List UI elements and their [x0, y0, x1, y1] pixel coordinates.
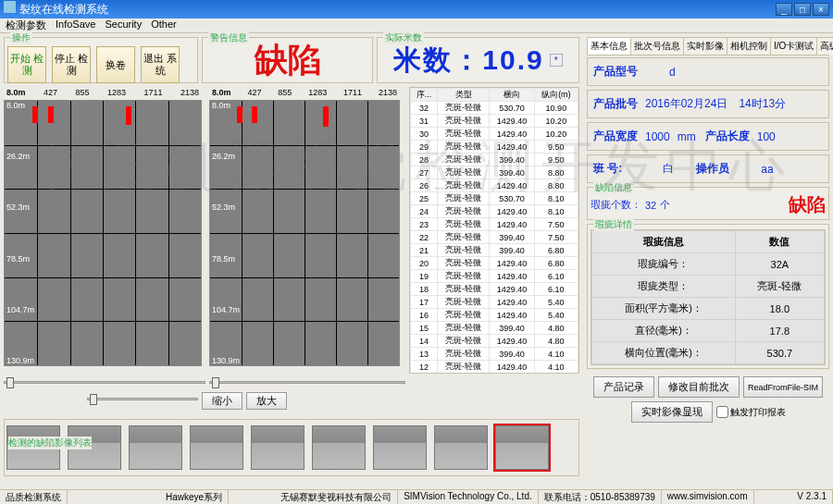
- thumbnail[interactable]: [190, 425, 243, 470]
- info-shift: 班 号:白 操作员aa: [587, 154, 829, 183]
- thumbnail-bar: 检测的缺陷影像列表: [4, 419, 579, 476]
- thumbnail[interactable]: [251, 425, 305, 470]
- info-size: 产品宽度1000mm 产品长度100: [587, 122, 829, 151]
- defect-map-2[interactable]: 8.0m4278551283171121388.0m26.2m52.3m78.5…: [209, 100, 400, 366]
- defect-detail: 瑕疵详情 瑕疵信息数值瑕疵编号：32A瑕疵类型：亮斑-轻微面积(平方毫米)：18…: [587, 224, 829, 369]
- menu-item[interactable]: 检测参数: [6, 18, 46, 32]
- slider-2[interactable]: [209, 375, 405, 388]
- defect-alarm: 缺陷: [789, 192, 826, 217]
- record-button[interactable]: 产品记录: [593, 376, 654, 398]
- start-button[interactable]: 开始 检测: [7, 46, 46, 83]
- thumbnail[interactable]: [312, 425, 366, 470]
- alarm-title: 警告信息: [208, 31, 249, 44]
- close-button[interactable]: ×: [813, 3, 829, 16]
- zoom-slider[interactable]: [87, 392, 198, 405]
- defect-detail-title: 瑕疵详情: [593, 218, 634, 231]
- app-icon: [4, 1, 16, 13]
- thumbnail[interactable]: [373, 425, 427, 470]
- menu-item[interactable]: Security: [105, 18, 142, 32]
- slider-1[interactable]: [4, 375, 205, 388]
- defect-list[interactable]: 序...类型横向纵向(m)32亮斑-轻微530.7010.9031亮斑-轻微14…: [409, 87, 579, 374]
- info-batch: 产品批号2016年02月24日 14时13分: [587, 90, 829, 118]
- ops-group: 操作 开始 检测 停止 检测 换卷 退出 系统: [4, 37, 198, 83]
- shrink-button[interactable]: 缩小: [202, 392, 242, 410]
- enlarge-button[interactable]: 放大: [246, 392, 287, 410]
- tab-batch[interactable]: 批次号信息: [630, 37, 684, 55]
- tab-basic[interactable]: 基本信息: [587, 37, 631, 55]
- menu-item[interactable]: InfoSave: [56, 18, 95, 32]
- roll-button[interactable]: 换卷: [96, 46, 135, 83]
- live-image-button[interactable]: 实时影像显现: [631, 401, 713, 423]
- info-model: 产品型号d: [587, 57, 829, 86]
- tab-live[interactable]: 实时影像: [683, 37, 727, 55]
- menu-item[interactable]: Other: [151, 18, 177, 32]
- title-bar: 裂纹在线检测系统 _ □ ×: [0, 0, 833, 18]
- ops-title: 操作: [10, 31, 32, 44]
- maximize-button[interactable]: □: [794, 3, 811, 16]
- tab-adv[interactable]: 高级设置: [816, 37, 833, 55]
- exit-button[interactable]: 退出 系统: [141, 46, 180, 83]
- minimize-button[interactable]: _: [776, 3, 792, 16]
- meter-label: 米数：10.9: [393, 42, 543, 80]
- alarm-text: 缺陷: [255, 38, 321, 83]
- stop-button[interactable]: 停止 检测: [52, 46, 91, 83]
- thumbnail[interactable]: [129, 425, 182, 470]
- thumbbar-title: 检测的缺陷影像列表: [8, 436, 92, 449]
- status-bar: 品质检测系统 Hawkeye系列 无锡赛默斐视科技有限公司 SIMVision …: [0, 489, 833, 504]
- thumbnail-selected[interactable]: [495, 425, 549, 470]
- tab-bar: 基本信息 批次号信息 实时影像 相机控制 I/O卡测试 高级设置 运行: [587, 37, 829, 55]
- window-title: 裂纹在线检测系统: [19, 3, 108, 16]
- defect-summary-title: 缺陷信息: [593, 181, 634, 194]
- meter-reset-button[interactable]: *: [550, 54, 563, 67]
- read-file-button[interactable]: ReadFromFile-SIM: [743, 376, 823, 398]
- tab-camera[interactable]: 相机控制: [727, 37, 771, 55]
- alarm-group: 警告信息 缺陷: [202, 37, 373, 83]
- print-checkbox[interactable]: 触发打印报表: [716, 401, 786, 423]
- meter-title: 实际米数: [383, 31, 424, 44]
- defect-summary: 缺陷信息 瑕疵个数： 32 个 缺陷: [587, 187, 829, 220]
- modify-batch-button[interactable]: 修改目前批次: [658, 376, 740, 398]
- meter-group: 实际米数 米数：10.9 *: [377, 37, 579, 83]
- thumbnail[interactable]: [434, 425, 488, 470]
- tab-io[interactable]: I/O卡测试: [770, 37, 817, 55]
- defect-map-1[interactable]: 8.0m4278551283171121388.0m26.2m52.3m78.5…: [4, 100, 202, 366]
